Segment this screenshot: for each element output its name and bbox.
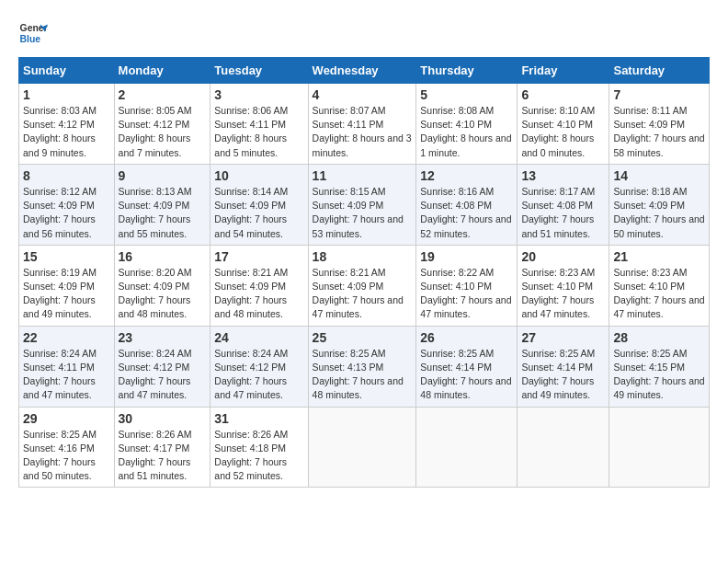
day-number: 22 bbox=[23, 330, 110, 345]
weekday-header-tuesday: Tuesday bbox=[210, 58, 308, 84]
logo-icon: General Blue bbox=[18, 18, 48, 48]
calendar-cell: 22 Sunrise: 8:24 AMSunset: 4:11 PMDaylig… bbox=[19, 326, 115, 407]
day-number: 24 bbox=[214, 330, 303, 345]
day-number: 5 bbox=[420, 87, 513, 102]
day-number: 23 bbox=[119, 330, 207, 345]
day-info: Sunrise: 8:25 AMSunset: 4:14 PMDaylight:… bbox=[420, 348, 511, 401]
calendar-cell: 24 Sunrise: 8:24 AMSunset: 4:12 PMDaylig… bbox=[210, 326, 308, 407]
calendar-cell: 20 Sunrise: 8:23 AMSunset: 4:10 PMDaylig… bbox=[518, 245, 609, 326]
day-info: Sunrise: 8:26 AMSunset: 4:18 PMDaylight:… bbox=[214, 429, 288, 482]
day-number: 2 bbox=[119, 87, 207, 102]
day-number: 10 bbox=[214, 168, 303, 183]
day-number: 11 bbox=[313, 168, 413, 183]
day-info: Sunrise: 8:23 AMSunset: 4:10 PMDaylight:… bbox=[521, 267, 595, 320]
day-info: Sunrise: 8:21 AMSunset: 4:09 PMDaylight:… bbox=[214, 267, 288, 320]
calendar-cell: 4 Sunrise: 8:07 AMSunset: 4:11 PMDayligh… bbox=[308, 84, 416, 165]
weekday-header-friday: Friday bbox=[518, 58, 609, 84]
day-info: Sunrise: 8:07 AMSunset: 4:11 PMDaylight:… bbox=[313, 105, 412, 158]
calendar-cell: 11 Sunrise: 8:15 AMSunset: 4:09 PMDaylig… bbox=[308, 164, 416, 245]
svg-text:Blue: Blue bbox=[20, 34, 41, 44]
calendar-cell: 3 Sunrise: 8:06 AMSunset: 4:11 PMDayligh… bbox=[210, 84, 308, 165]
day-number: 4 bbox=[313, 87, 413, 102]
day-info: Sunrise: 8:20 AMSunset: 4:09 PMDaylight:… bbox=[119, 267, 192, 320]
calendar-cell: 7 Sunrise: 8:11 AMSunset: 4:09 PMDayligh… bbox=[609, 84, 710, 165]
day-number: 14 bbox=[613, 168, 705, 183]
day-number: 3 bbox=[214, 87, 303, 102]
day-number: 12 bbox=[420, 168, 513, 183]
day-number: 18 bbox=[313, 249, 413, 264]
day-number: 31 bbox=[214, 411, 303, 426]
calendar-cell: 18 Sunrise: 8:21 AMSunset: 4:09 PMDaylig… bbox=[308, 245, 416, 326]
logo: General Blue bbox=[18, 18, 51, 48]
day-info: Sunrise: 8:25 AMSunset: 4:15 PMDaylight:… bbox=[613, 348, 704, 401]
day-info: Sunrise: 8:08 AMSunset: 4:10 PMDaylight:… bbox=[420, 105, 511, 158]
calendar-cell bbox=[518, 407, 609, 488]
calendar-table: SundayMondayTuesdayWednesdayThursdayFrid… bbox=[18, 57, 710, 488]
day-info: Sunrise: 8:16 AMSunset: 4:08 PMDaylight:… bbox=[420, 186, 511, 239]
day-number: 1 bbox=[23, 87, 110, 102]
day-info: Sunrise: 8:17 AMSunset: 4:08 PMDaylight:… bbox=[521, 186, 595, 239]
calendar-cell: 17 Sunrise: 8:21 AMSunset: 4:09 PMDaylig… bbox=[210, 245, 308, 326]
calendar-cell: 30 Sunrise: 8:26 AMSunset: 4:17 PMDaylig… bbox=[114, 407, 210, 488]
calendar-cell bbox=[308, 407, 416, 488]
calendar-cell: 31 Sunrise: 8:26 AMSunset: 4:18 PMDaylig… bbox=[210, 407, 308, 488]
day-info: Sunrise: 8:13 AMSunset: 4:09 PMDaylight:… bbox=[119, 186, 192, 239]
calendar-cell: 15 Sunrise: 8:19 AMSunset: 4:09 PMDaylig… bbox=[19, 245, 115, 326]
day-info: Sunrise: 8:18 AMSunset: 4:09 PMDaylight:… bbox=[613, 186, 704, 239]
day-info: Sunrise: 8:06 AMSunset: 4:11 PMDaylight:… bbox=[214, 105, 288, 158]
calendar-cell: 27 Sunrise: 8:25 AMSunset: 4:14 PMDaylig… bbox=[518, 326, 609, 407]
calendar-cell: 5 Sunrise: 8:08 AMSunset: 4:10 PMDayligh… bbox=[416, 84, 518, 165]
day-number: 27 bbox=[521, 330, 605, 345]
day-info: Sunrise: 8:25 AMSunset: 4:14 PMDaylight:… bbox=[521, 348, 595, 401]
day-info: Sunrise: 8:24 AMSunset: 4:12 PMDaylight:… bbox=[119, 348, 192, 401]
day-info: Sunrise: 8:05 AMSunset: 4:12 PMDaylight:… bbox=[119, 105, 192, 158]
calendar-cell: 10 Sunrise: 8:14 AMSunset: 4:09 PMDaylig… bbox=[210, 164, 308, 245]
calendar-cell: 12 Sunrise: 8:16 AMSunset: 4:08 PMDaylig… bbox=[416, 164, 518, 245]
calendar-cell: 8 Sunrise: 8:12 AMSunset: 4:09 PMDayligh… bbox=[19, 164, 115, 245]
calendar-cell: 6 Sunrise: 8:10 AMSunset: 4:10 PMDayligh… bbox=[518, 84, 609, 165]
calendar-cell: 2 Sunrise: 8:05 AMSunset: 4:12 PMDayligh… bbox=[114, 84, 210, 165]
weekday-header-sunday: Sunday bbox=[19, 58, 115, 84]
calendar-cell: 23 Sunrise: 8:24 AMSunset: 4:12 PMDaylig… bbox=[114, 326, 210, 407]
day-info: Sunrise: 8:24 AMSunset: 4:12 PMDaylight:… bbox=[214, 348, 288, 401]
day-number: 30 bbox=[119, 411, 207, 426]
day-number: 13 bbox=[521, 168, 605, 183]
calendar-cell: 29 Sunrise: 8:25 AMSunset: 4:16 PMDaylig… bbox=[19, 407, 115, 488]
day-info: Sunrise: 8:14 AMSunset: 4:09 PMDaylight:… bbox=[214, 186, 288, 239]
weekday-header-wednesday: Wednesday bbox=[308, 58, 416, 84]
calendar-cell: 14 Sunrise: 8:18 AMSunset: 4:09 PMDaylig… bbox=[609, 164, 710, 245]
day-number: 15 bbox=[23, 249, 110, 264]
day-number: 29 bbox=[23, 411, 110, 426]
day-info: Sunrise: 8:15 AMSunset: 4:09 PMDaylight:… bbox=[313, 186, 404, 239]
calendar-cell: 16 Sunrise: 8:20 AMSunset: 4:09 PMDaylig… bbox=[114, 245, 210, 326]
day-info: Sunrise: 8:12 AMSunset: 4:09 PMDaylight:… bbox=[23, 186, 97, 239]
calendar-cell: 25 Sunrise: 8:25 AMSunset: 4:13 PMDaylig… bbox=[308, 326, 416, 407]
day-number: 26 bbox=[420, 330, 513, 345]
day-number: 8 bbox=[23, 168, 110, 183]
weekday-header-saturday: Saturday bbox=[609, 58, 710, 84]
calendar-cell bbox=[609, 407, 710, 488]
day-info: Sunrise: 8:25 AMSunset: 4:16 PMDaylight:… bbox=[23, 429, 97, 482]
day-number: 28 bbox=[613, 330, 705, 345]
day-info: Sunrise: 8:03 AMSunset: 4:12 PMDaylight:… bbox=[23, 105, 97, 158]
weekday-header-thursday: Thursday bbox=[416, 58, 518, 84]
day-number: 21 bbox=[613, 249, 705, 264]
day-info: Sunrise: 8:23 AMSunset: 4:10 PMDaylight:… bbox=[613, 267, 704, 320]
calendar-cell: 26 Sunrise: 8:25 AMSunset: 4:14 PMDaylig… bbox=[416, 326, 518, 407]
day-info: Sunrise: 8:24 AMSunset: 4:11 PMDaylight:… bbox=[23, 348, 97, 401]
day-info: Sunrise: 8:11 AMSunset: 4:09 PMDaylight:… bbox=[613, 105, 704, 158]
calendar-cell bbox=[416, 407, 518, 488]
calendar-cell: 13 Sunrise: 8:17 AMSunset: 4:08 PMDaylig… bbox=[518, 164, 609, 245]
day-number: 9 bbox=[119, 168, 207, 183]
day-number: 17 bbox=[214, 249, 303, 264]
day-number: 16 bbox=[119, 249, 207, 264]
calendar-cell: 9 Sunrise: 8:13 AMSunset: 4:09 PMDayligh… bbox=[114, 164, 210, 245]
day-info: Sunrise: 8:25 AMSunset: 4:13 PMDaylight:… bbox=[313, 348, 404, 401]
day-number: 6 bbox=[521, 87, 605, 102]
day-info: Sunrise: 8:10 AMSunset: 4:10 PMDaylight:… bbox=[521, 105, 595, 158]
calendar-cell: 21 Sunrise: 8:23 AMSunset: 4:10 PMDaylig… bbox=[609, 245, 710, 326]
day-number: 20 bbox=[521, 249, 605, 264]
day-number: 19 bbox=[420, 249, 513, 264]
calendar-cell: 19 Sunrise: 8:22 AMSunset: 4:10 PMDaylig… bbox=[416, 245, 518, 326]
day-number: 7 bbox=[613, 87, 705, 102]
